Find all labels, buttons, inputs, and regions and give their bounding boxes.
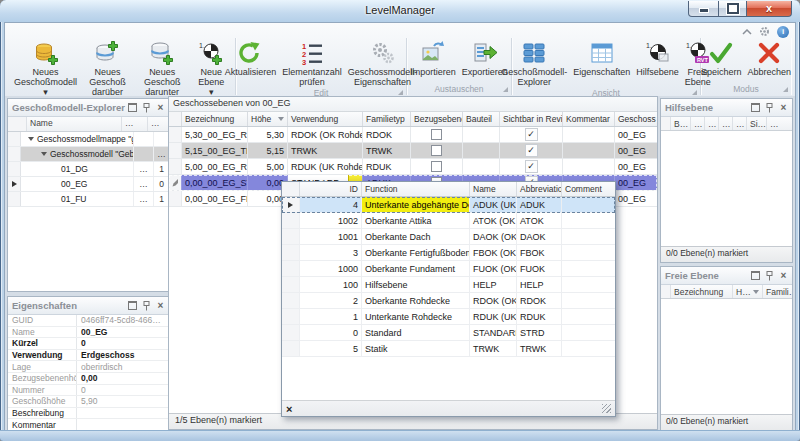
column-header-familietyp[interactable]: Familietyp bbox=[363, 112, 411, 126]
close-panel-icon[interactable]: × bbox=[779, 271, 788, 280]
current-row-icon bbox=[288, 202, 293, 208]
properties-panel-titlebar[interactable]: Eigenschaften × bbox=[8, 297, 169, 315]
column-header-geschoss[interactable]: Geschoss bbox=[615, 112, 657, 126]
tree-node[interactable]: Geschossmodellmappe "ges. … bbox=[8, 132, 169, 147]
freie-ebene-panel-titlebar[interactable]: Freie Ebene × bbox=[661, 267, 792, 285]
pin-icon[interactable] bbox=[142, 103, 151, 112]
tree-node[interactable]: 01_FU … 1 bbox=[8, 192, 169, 207]
dropdown-row[interactable]: 100 Hilfsebene HELP HELP bbox=[282, 277, 615, 293]
column-header-name[interactable]: Name bbox=[27, 117, 122, 131]
minimize-button[interactable] bbox=[688, 1, 719, 17]
dropdown-row[interactable]: 3 Oberkante Fertigfußboden FBOK (OK … FB… bbox=[282, 245, 615, 261]
collapse-ribbon-icon[interactable] bbox=[742, 29, 752, 35]
column-header-sichtbar[interactable]: Sichtbar in Revit bbox=[500, 112, 563, 126]
column-header-kommentar[interactable]: Kommentar bbox=[563, 112, 615, 126]
checkbox-checked[interactable]: ✓ bbox=[525, 160, 538, 173]
dialog-launcher-icon[interactable] bbox=[692, 90, 697, 95]
dropdown-row[interactable]: 1000 Oberkante Fundament FUOK (OK … FUOK bbox=[282, 261, 615, 277]
column-header-id[interactable]: ID bbox=[300, 182, 362, 196]
column-header-abbreviation[interactable]: Abbreviation bbox=[517, 182, 562, 196]
column-header-bezeichnung[interactable]: Bezeichnung bbox=[182, 112, 248, 126]
neues-geschoss-darueber-button[interactable]: Neues Geschoß darüber bbox=[80, 39, 135, 98]
gears-icon bbox=[370, 40, 396, 66]
checkbox-checked[interactable]: ✓ bbox=[525, 144, 538, 157]
maximize-button[interactable] bbox=[718, 1, 747, 17]
column-header-hoehe[interactable]: Höhe bbox=[248, 112, 288, 126]
importieren-button[interactable]: Importieren bbox=[407, 39, 459, 78]
expander-icon[interactable] bbox=[28, 137, 34, 141]
dropdown-row[interactable]: 2 Oberkante Rohdecke RDOK (OK … RDOK bbox=[282, 293, 615, 309]
column-header-hoehe[interactable]: H… bbox=[733, 285, 763, 298]
table-row[interactable]: 5,00_00_EG_RDUK 5,00 RDUK (UK Rohdecke) … bbox=[169, 159, 657, 175]
pin-icon[interactable] bbox=[765, 271, 774, 280]
property-row[interactable]: Bezugsebenenhöhe0,00 bbox=[8, 373, 169, 385]
help-info-icon[interactable]: i bbox=[777, 26, 789, 38]
neues-geschoss-darunter-button[interactable]: Neues Geschoß darunter bbox=[135, 39, 190, 98]
dropdown-row[interactable]: 0 Standard STANDARD STRD bbox=[282, 325, 615, 341]
column-header-function[interactable]: Function bbox=[362, 182, 470, 196]
neues-geschossmodell-button[interactable]: Neues Geschoßmodell ▾ bbox=[11, 39, 80, 98]
maximize-panel-icon[interactable] bbox=[751, 103, 760, 112]
checkbox-unchecked[interactable] bbox=[431, 129, 442, 140]
node-label: Geschossmodellmappe "ges. … bbox=[37, 134, 134, 144]
table-row[interactable]: 5,30_00_EG_RDOK 5,30 RDOK (OK Rohdecke) … bbox=[169, 127, 657, 143]
dropdown-row[interactable]: 5 Statik TRWK TRWK bbox=[282, 341, 615, 357]
button-label: Hilfsebene bbox=[636, 67, 679, 77]
dialog-launcher-icon[interactable] bbox=[783, 87, 788, 92]
button-label: Geschoßmodell- Explorer bbox=[501, 67, 567, 87]
eigenschaften-button[interactable]: Eigenschaften bbox=[570, 39, 633, 78]
property-row[interactable]: Beschreibung bbox=[8, 408, 169, 420]
maximize-panel-icon[interactable] bbox=[128, 301, 137, 310]
table-row[interactable]: 5,15_00_EG_TRWK 5,15 TRWK TRWK ✓ 00_EG bbox=[169, 143, 657, 159]
dropdown-close-icon[interactable]: × bbox=[286, 403, 292, 415]
pin-icon[interactable] bbox=[765, 103, 774, 112]
dialog-launcher-icon[interactable] bbox=[398, 90, 403, 95]
maximize-panel-icon[interactable] bbox=[128, 103, 137, 112]
dropdown-row[interactable]: 1002 Oberkante Attika ATOK (OK … ATOK bbox=[282, 213, 615, 229]
property-row[interactable]: Nummer0 bbox=[8, 385, 169, 397]
settings-gear-icon[interactable] bbox=[759, 26, 770, 37]
close-panel-icon[interactable]: × bbox=[779, 103, 788, 112]
resize-grip-icon[interactable] bbox=[602, 404, 611, 413]
dropdown-row[interactable]: 1001 Oberkante Dach DAOK (OK … DAOK bbox=[282, 229, 615, 245]
column-header-ellipsis[interactable]: … bbox=[148, 117, 169, 131]
property-row[interactable]: Kürzel0 bbox=[8, 338, 169, 350]
node-label: 00_EG bbox=[61, 179, 87, 189]
geschossmodell-explorer-button[interactable]: Geschoßmodell- Explorer bbox=[498, 39, 570, 88]
property-row[interactable]: Geschoßhöhe5,90 bbox=[8, 396, 169, 408]
checkbox-checked[interactable]: ✓ bbox=[525, 128, 538, 141]
abbrechen-button[interactable]: Abbrechen bbox=[745, 39, 795, 78]
column-header-comment[interactable]: Comment bbox=[562, 182, 615, 196]
column-header-verwendung[interactable]: Verwendung bbox=[288, 112, 363, 126]
checkbox-unchecked[interactable] bbox=[431, 161, 442, 172]
elementanzahl-pruefen-button[interactable]: 1 2 3 Elementanzahl prüfen bbox=[279, 39, 345, 88]
maximize-panel-icon[interactable] bbox=[751, 271, 760, 280]
titlebar[interactable]: LevelManager bbox=[0, 0, 800, 22]
hilfsebene-panel-titlebar[interactable]: Hilfsebene × bbox=[661, 99, 792, 117]
close-button[interactable]: x bbox=[746, 1, 792, 17]
column-header-bezugsebene[interactable]: Bezugsebene bbox=[411, 112, 463, 126]
property-row[interactable]: VerwendungErdgeschoss bbox=[8, 350, 169, 362]
property-row[interactable]: Name00_EG bbox=[8, 327, 169, 339]
column-header-bauteil[interactable]: Bauteil bbox=[463, 112, 500, 126]
close-panel-icon[interactable]: × bbox=[156, 301, 165, 310]
tree-node-current[interactable]: 00_EG … 0 bbox=[8, 177, 169, 192]
hilfsebene-button[interactable]: 1. Hilfsebene bbox=[633, 39, 682, 78]
close-panel-icon[interactable]: × bbox=[156, 103, 165, 112]
column-header-name[interactable]: Name bbox=[470, 182, 517, 196]
tree-node[interactable]: 01_DG … 1 bbox=[8, 162, 169, 177]
pin-icon[interactable] bbox=[142, 301, 151, 310]
hilfsebene-header: B… … … … … Si… … bbox=[661, 117, 792, 131]
tree-node-selected[interactable]: Geschossmodell "Gebäud… … bbox=[8, 147, 169, 162]
aktualisieren-button[interactable]: Aktualisieren bbox=[222, 39, 280, 78]
dropdown-row-selected[interactable]: 4 Unterkante abgehängte Decke ADUK (UK …… bbox=[282, 197, 615, 213]
column-header-ellipsis[interactable]: … bbox=[122, 117, 148, 131]
expander-icon[interactable] bbox=[41, 152, 47, 156]
speichern-button[interactable]: Speichern bbox=[698, 39, 745, 78]
property-row[interactable]: Lageoberirdisch bbox=[8, 361, 169, 373]
checkbox-unchecked[interactable] bbox=[431, 145, 442, 156]
property-row[interactable]: Kommentar bbox=[8, 419, 169, 430]
property-row[interactable]: GUID0466ff74-5cd8-466… bbox=[8, 315, 169, 327]
dropdown-row[interactable]: 1 Unterkante Rohdecke RDUK (UK … RDUK bbox=[282, 309, 615, 325]
explorer-panel-titlebar[interactable]: Geschoßmodell-Explorer × bbox=[8, 99, 169, 117]
